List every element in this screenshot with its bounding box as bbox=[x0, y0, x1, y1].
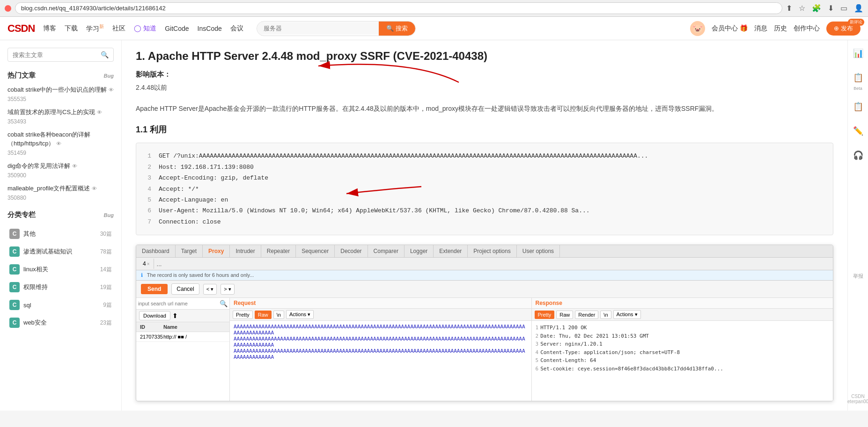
burp-tab-project-options[interactable]: Project options bbox=[468, 245, 516, 257]
nav-search: 🔍 搜索 bbox=[257, 21, 416, 36]
edit-icon[interactable]: ✏️ bbox=[850, 123, 867, 139]
code-line-5: 5 Accept-Language: en bbox=[144, 195, 825, 205]
cat-icon-other: C bbox=[9, 229, 20, 239]
burp-tabs: Dashboard Target Proxy Intruder Repeater… bbox=[136, 245, 833, 258]
request-pretty-btn[interactable]: Pretty bbox=[233, 311, 253, 319]
cat-pentest[interactable]: C 渗透测试基础知识 78篇 bbox=[7, 243, 114, 261]
sidebar-search-input[interactable] bbox=[13, 51, 98, 58]
response-raw-btn[interactable]: Raw bbox=[556, 311, 573, 319]
response-render-btn[interactable]: Render bbox=[575, 311, 598, 319]
burp-tab-comparer[interactable]: Comparer bbox=[368, 245, 405, 257]
close-icon[interactable] bbox=[5, 5, 11, 12]
cancel-button[interactable]: Cancel bbox=[171, 283, 199, 295]
burp-tab-user-options[interactable]: User options bbox=[517, 245, 560, 257]
code-line-7: 7 Connection: close bbox=[144, 217, 825, 227]
nav-history[interactable]: 历史 bbox=[774, 24, 787, 33]
csdn-nav: CSDN 博客 下载 学习 社区 ◯ 知道 GitCode InsCode 会议… bbox=[0, 17, 868, 40]
browser-icons: ⬆ ☆ 🧩 ⬇ ▭ 👤 bbox=[786, 4, 863, 13]
beta-icon[interactable]: 📋 bbox=[850, 69, 867, 86]
profile-icon[interactable]: 👤 bbox=[854, 4, 863, 13]
burp-tab-intruder[interactable]: Intruder bbox=[230, 245, 261, 257]
burp-tab-target[interactable]: Target bbox=[176, 245, 203, 257]
download-button[interactable]: Download bbox=[139, 311, 170, 320]
tab-close-icon[interactable]: × bbox=[147, 261, 150, 267]
page-layout: 🔍 热门文章 Bug cobalt strike中的一些小知识点的理解 👁 35… bbox=[0, 40, 868, 411]
search-icon: 🔍 bbox=[220, 300, 228, 307]
nav-learn[interactable]: 学习 bbox=[86, 23, 104, 33]
report-link[interactable]: 举报 bbox=[853, 273, 863, 280]
request-newline-btn[interactable]: \n bbox=[273, 311, 284, 319]
send-button[interactable]: Send bbox=[141, 284, 168, 294]
url-search-input[interactable] bbox=[138, 301, 220, 306]
response-pretty-btn[interactable]: Pretty bbox=[535, 311, 555, 319]
cat-privesc[interactable]: C 权限维持 19篇 bbox=[7, 278, 114, 296]
nav-download[interactable]: 下载 bbox=[65, 24, 78, 33]
code-line-1: 1 GET /?unix:AAAAAAAAAAAAAAAAAAAAAAAAAAA… bbox=[144, 151, 825, 161]
nav-right-button[interactable]: > ▾ bbox=[221, 284, 234, 295]
window-icon[interactable]: ▭ bbox=[840, 4, 847, 13]
bookmark-icon[interactable]: ☆ bbox=[799, 4, 805, 13]
response-header: Response bbox=[532, 298, 833, 309]
hot-article-3[interactable]: cobalt strike各种beacon的详解（http/https/tcp）… bbox=[7, 130, 114, 156]
request-raw-btn[interactable]: Raw bbox=[255, 311, 272, 319]
tab-more-btn[interactable]: ... bbox=[157, 261, 162, 268]
burp-tab-proxy[interactable]: Proxy bbox=[203, 245, 230, 257]
cat-icon-websec: C bbox=[9, 318, 20, 328]
nav-inscode[interactable]: InsCode bbox=[198, 25, 222, 32]
extensions-icon[interactable]: 🧩 bbox=[812, 4, 821, 13]
nav-member[interactable]: 会员中心 🎁 bbox=[712, 24, 748, 33]
request-actions-btn[interactable]: Actions ▾ bbox=[286, 310, 314, 319]
burp-tab-sequencer[interactable]: Sequencer bbox=[296, 245, 335, 257]
hot-badge: Bug bbox=[104, 73, 114, 79]
table-row[interactable]: 21707335 http:// ■■ / bbox=[136, 332, 229, 342]
nav-messages[interactable]: 消息 bbox=[754, 24, 767, 33]
burp-tab-extender[interactable]: Extender bbox=[434, 245, 468, 257]
burp-tab-decoder[interactable]: Decoder bbox=[335, 245, 368, 257]
article-description: Apache HTTP Server是Apache基金会开源的一款流行的HTTP… bbox=[136, 103, 833, 115]
new-comment-badge: 新评论 bbox=[848, 19, 864, 26]
hot-article-1[interactable]: cobalt strike中的一些小知识点的理解 👁 355535 bbox=[7, 86, 114, 102]
burp-tab-logger[interactable]: Logger bbox=[405, 245, 434, 257]
upload-icon[interactable]: ⬆ bbox=[172, 312, 178, 319]
cat-sql[interactable]: C sql 9篇 bbox=[7, 296, 114, 314]
csdn-logo[interactable]: CSDN bbox=[7, 22, 35, 35]
code-line-3: 3 Accept-Encoding: gzip, deflate bbox=[144, 173, 825, 183]
headphone-icon[interactable]: 🎧 bbox=[850, 147, 867, 164]
burp-tab-dashboard[interactable]: Dashboard bbox=[136, 245, 176, 257]
cat-websec[interactable]: C web安全 23篇 bbox=[7, 314, 114, 332]
sidebar: 🔍 热门文章 Bug cobalt strike中的一些小知识点的理解 👁 35… bbox=[0, 40, 122, 411]
sidebar-search-box[interactable]: 🔍 bbox=[7, 48, 114, 62]
cat-other[interactable]: C 其他 30篇 bbox=[7, 225, 114, 243]
nav-conference[interactable]: 会议 bbox=[230, 24, 243, 33]
search-button[interactable]: 🔍 搜索 bbox=[379, 22, 415, 36]
search-input[interactable] bbox=[257, 22, 379, 35]
cat-icon-pentest: C bbox=[9, 246, 20, 257]
chart-icon[interactable]: 📊 bbox=[850, 45, 867, 62]
response-content: 1HTTP/1.1 200 OK 2Date: Thu, 02 Dec 2021… bbox=[532, 321, 833, 401]
user-avatar[interactable]: 🐷 bbox=[690, 21, 705, 36]
nav-left-button[interactable]: < ▾ bbox=[203, 284, 217, 295]
hot-article-5[interactable]: malleable_profile文件配置概述 👁 350880 bbox=[7, 184, 114, 201]
download-icon[interactable]: ⬇ bbox=[828, 4, 834, 13]
url-search-box[interactable]: 🔍 bbox=[136, 298, 229, 310]
response-newline-btn[interactable]: \n bbox=[600, 311, 611, 319]
nav-community[interactable]: 社区 bbox=[112, 24, 125, 33]
categories-list: C 其他 30篇 C 渗透测试基础知识 78篇 C linux相关 14篇 bbox=[7, 225, 114, 332]
hot-article-4[interactable]: dig命令的常见用法详解 👁 350900 bbox=[7, 162, 114, 179]
tab-number[interactable]: 4 × bbox=[139, 259, 154, 269]
table-header: ID Name bbox=[136, 322, 229, 332]
burp-tab-repeater[interactable]: Repeater bbox=[261, 245, 296, 257]
response-actions-btn[interactable]: Actions ▾ bbox=[613, 310, 641, 319]
right-panel: 📊 📋 Beta 📋 ✏️ 🎧 举报 CSDN @Peterpan00000 bbox=[847, 40, 868, 411]
code-line-2: 2 Host: 192.168.171.139:8080 bbox=[144, 162, 825, 173]
nav-create[interactable]: 创作中心 bbox=[794, 24, 820, 33]
address-bar[interactable]: blog.csdn.net/qq_41874930/article/detail… bbox=[15, 2, 782, 14]
request-sub-toolbar: Pretty Raw \n Actions ▾ bbox=[230, 309, 531, 321]
hot-article-2[interactable]: 域前置技术的原理与CS上的实现 👁 353493 bbox=[7, 108, 114, 125]
cat-linux[interactable]: C linux相关 14篇 bbox=[7, 261, 114, 278]
share-icon[interactable]: ⬆ bbox=[786, 4, 792, 13]
nav-blog[interactable]: 博客 bbox=[43, 24, 56, 33]
nav-gitcode[interactable]: GitCode bbox=[165, 25, 189, 32]
nav-zhidao[interactable]: ◯ 知道 bbox=[134, 24, 156, 33]
copy-icon[interactable]: 📋 bbox=[850, 98, 867, 115]
